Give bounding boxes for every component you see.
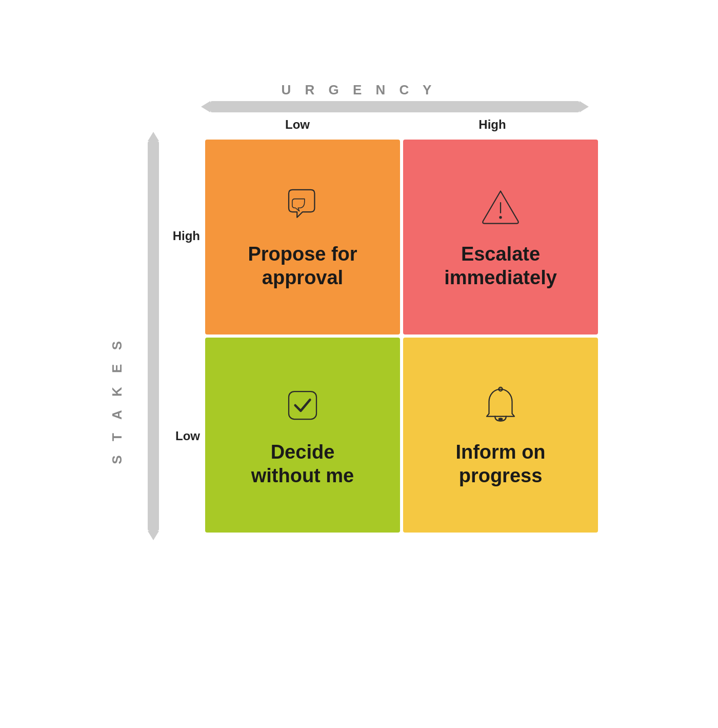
urgency-high-label: High [395,117,590,132]
stakes-high-label: High [173,139,200,333]
svg-point-4 [498,418,503,420]
stakes-label: S T A K E S [109,336,125,464]
main-area: S T A K E S High Low Propose forap [113,136,605,536]
check-icon [280,382,326,428]
cell-propose-label: Propose forapproval [248,243,357,289]
chat-icon [280,184,326,230]
svg-point-1 [499,216,502,219]
cell-escalate-label: Escalateimmediately [444,243,557,289]
urgency-axis-bar [210,101,580,112]
chat-icon-wrap [277,184,328,230]
check-icon-wrap [277,382,328,428]
bell-icon-wrap [475,382,526,428]
cell-escalate: Escalateimmediately [403,140,598,335]
cell-decide-label: Decidewithout me [251,441,354,487]
cell-inform: Inform onprogress [403,338,598,533]
cell-inform-label: Inform onprogress [455,441,545,487]
urgency-label: U R G E N C Y [282,82,437,98]
column-labels: Low High [200,117,590,132]
cell-propose-approval: Propose forapproval [205,140,400,335]
row-labels: High Low [164,136,205,536]
svg-rect-2 [289,391,316,419]
warning-icon-wrap [475,184,526,230]
diagram-container: U R G E N C Y Low High S T A K E S High … [113,82,605,646]
urgency-low-label: Low [200,117,395,132]
matrix-grid: Propose forapproval Escalateimmediately [205,140,598,533]
stakes-sidebar: S T A K E S [113,136,164,536]
stakes-axis-bar [148,141,159,531]
stakes-low-label: Low [175,339,200,534]
urgency-header: U R G E N C Y [113,82,605,112]
warning-icon [477,184,524,230]
bell-icon [477,382,524,428]
cell-decide: Decidewithout me [205,338,400,533]
